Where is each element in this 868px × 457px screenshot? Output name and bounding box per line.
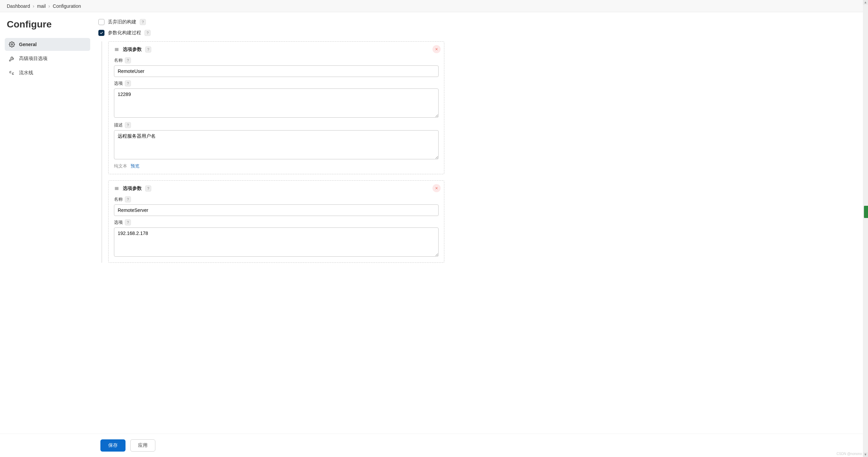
gear-icon (9, 41, 15, 47)
help-icon[interactable]: ? (145, 185, 151, 192)
parameter-name-input[interactable] (114, 65, 439, 77)
remove-parameter-button[interactable] (432, 184, 441, 192)
sidebar-item-label: 高级项目选项 (19, 56, 47, 62)
desc-mode-plain: 纯文本 (114, 163, 127, 168)
scroll-up-arrow[interactable]: ▲ (863, 0, 868, 5)
help-icon[interactable]: ? (125, 122, 131, 128)
field-label-name: 名称 (114, 57, 123, 63)
parameter-name-input[interactable] (114, 204, 439, 216)
parameter-choices-textarea[interactable] (114, 88, 439, 118)
wrench-icon (9, 56, 15, 62)
pipeline-icon (9, 70, 15, 76)
drag-handle-icon[interactable] (114, 47, 119, 52)
parameter-card: 选项参数 ? 名称 ? 选项 ? (108, 180, 444, 263)
watermark: CSDN @nonono (836, 452, 862, 456)
field-label-choices: 选项 (114, 80, 123, 86)
sidebar-item-advanced[interactable]: 高级项目选项 (5, 52, 90, 65)
help-icon[interactable]: ? (140, 19, 146, 25)
help-icon[interactable]: ? (125, 57, 131, 63)
apply-button[interactable]: 应用 (130, 439, 155, 452)
sidebar-item-label: General (19, 42, 37, 47)
help-icon[interactable]: ? (125, 219, 131, 225)
parameter-card: 选项参数 ? 名称 ? 选项 ? (108, 41, 444, 174)
breadcrumb-item[interactable]: Configuration (53, 3, 81, 9)
checkbox-label: 参数化构建过程 (108, 30, 141, 36)
footer: 保存 应用 (0, 434, 868, 457)
sidebar-item-label: 流水线 (19, 70, 33, 76)
field-label-description: 描述 (114, 122, 123, 128)
checkbox-label: 丢弃旧的构建 (108, 19, 136, 25)
browser-scrollbar[interactable]: ▲ ▼ (863, 0, 868, 457)
help-icon[interactable]: ? (125, 196, 131, 202)
help-icon[interactable]: ? (145, 46, 151, 53)
breadcrumb: Dashboard › mail › Configuration (0, 0, 868, 12)
checkbox-parameterized[interactable] (98, 30, 104, 36)
save-button[interactable]: 保存 (100, 439, 126, 452)
content-area: 丢弃旧的构建 ? 参数化构建过程 ? (95, 12, 868, 457)
chevron-right-icon: › (49, 3, 50, 9)
sidebar-item-general[interactable]: General (5, 38, 90, 51)
option-discard-old: 丢弃旧的构建 ? (98, 19, 444, 25)
breadcrumb-item[interactable]: mail (37, 3, 46, 9)
parameter-choices-textarea[interactable] (114, 227, 439, 257)
parameter-description-textarea[interactable] (114, 130, 439, 159)
breadcrumb-item[interactable]: Dashboard (7, 3, 30, 9)
parameter-type-title: 选项参数 (123, 46, 142, 53)
help-icon[interactable]: ? (125, 80, 131, 86)
field-label-choices: 选项 (114, 219, 123, 225)
sidebar: Configure General 高级项目选项 流水线 (0, 12, 95, 457)
drag-handle-icon[interactable] (114, 186, 119, 191)
field-label-name: 名称 (114, 196, 123, 202)
sidebar-item-pipeline[interactable]: 流水线 (5, 66, 90, 79)
chevron-right-icon: › (33, 3, 35, 9)
svg-point-0 (11, 44, 13, 45)
checkbox-discard-old[interactable] (98, 19, 104, 25)
option-parameterized: 参数化构建过程 ? (98, 30, 444, 36)
side-tab-handle[interactable] (864, 206, 868, 218)
scroll-down-arrow[interactable]: ▼ (863, 452, 868, 457)
remove-parameter-button[interactable] (432, 45, 441, 53)
help-icon[interactable]: ? (144, 30, 151, 36)
page-title: Configure (5, 19, 90, 30)
parameter-type-title: 选项参数 (123, 185, 142, 192)
desc-mode-preview-link[interactable]: 预览 (131, 163, 139, 168)
